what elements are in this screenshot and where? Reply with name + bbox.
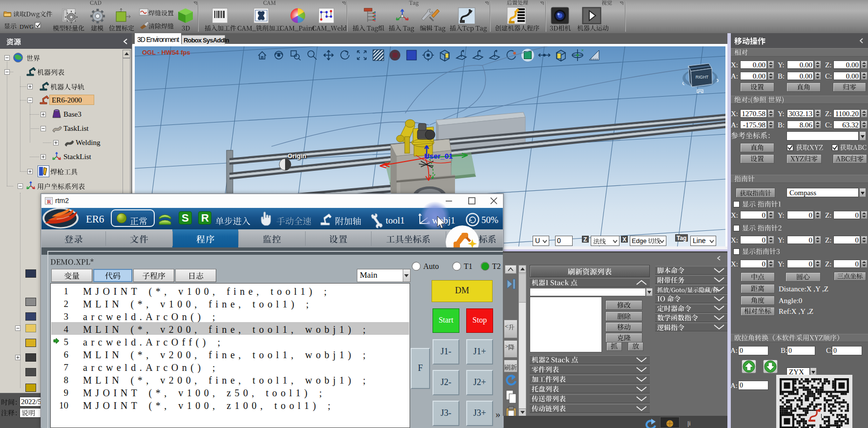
svg-text:R: R bbox=[47, 199, 52, 204]
